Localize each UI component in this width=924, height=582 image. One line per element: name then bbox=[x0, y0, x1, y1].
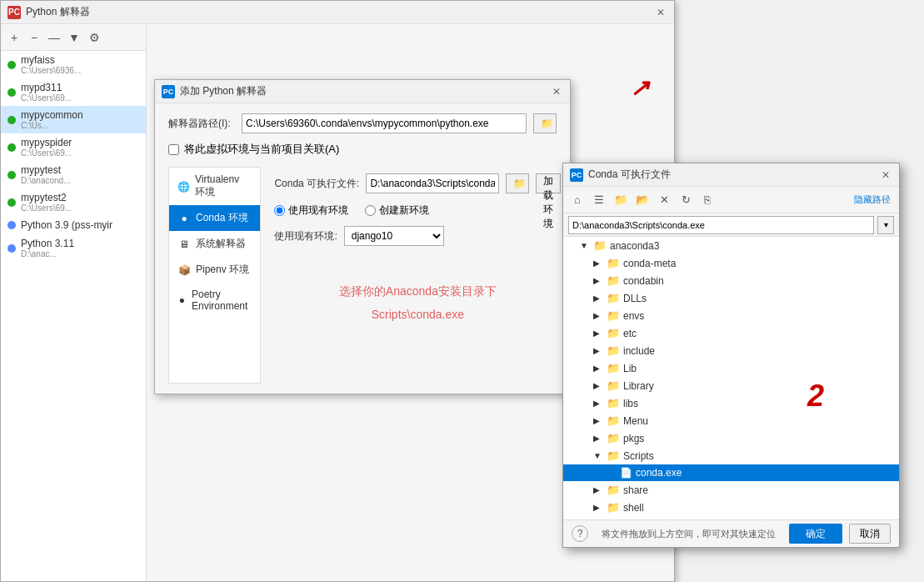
tree-item-shell[interactable]: ▶ 📁 shell bbox=[563, 499, 899, 516]
menu-item-label: Conda 环境 bbox=[196, 211, 248, 225]
add-dialog-title: 添加 Python 解释器 bbox=[180, 84, 545, 98]
sidebar-item-mypycommon[interactable]: mypycommon C:\Us... bbox=[1, 106, 146, 133]
refresh-button[interactable]: ↻ bbox=[677, 191, 695, 209]
tree-item-pkgs[interactable]: ▶ 📁 pkgs bbox=[563, 429, 899, 447]
tree-item-libs[interactable]: ▶ 📁 libs bbox=[563, 394, 899, 412]
expand-icon: ▶ bbox=[593, 503, 603, 512]
folder-icon: 📁 bbox=[607, 257, 620, 269]
file-dialog-close-button[interactable]: ✕ bbox=[879, 168, 892, 182]
add-dialog-close-button[interactable]: ✕ bbox=[550, 85, 563, 98]
interpreter-path-row: 解释器路径(I): 📁 bbox=[168, 113, 557, 133]
main-window-icon: PC bbox=[7, 6, 21, 19]
tree-item-label: conda.exe bbox=[636, 467, 682, 479]
delete-button[interactable]: ✕ bbox=[655, 191, 673, 209]
interpreter-name: mypytest bbox=[21, 164, 139, 176]
ok-button[interactable]: 确定 bbox=[789, 524, 842, 544]
folder-icon: 📁 bbox=[607, 379, 620, 392]
interpreter-name: Python 3.9 (pss-myir bbox=[21, 219, 139, 231]
interpreter-path-input[interactable] bbox=[242, 113, 527, 133]
browse-interpreter-button[interactable]: 📁 bbox=[533, 113, 557, 133]
system-icon: 🖥 bbox=[177, 238, 191, 251]
expand-icon: ▶ bbox=[593, 258, 603, 268]
tree-item-conda-meta[interactable]: ▶ 📁 conda-meta bbox=[563, 254, 899, 272]
filter-button[interactable]: ▼ bbox=[66, 29, 82, 46]
tree-item-lib[interactable]: ▶ 📁 Lib bbox=[563, 359, 899, 377]
tree-item-etc[interactable]: ▶ 📁 etc bbox=[563, 324, 899, 342]
existing-env-label: 使用现有环境: bbox=[274, 229, 337, 243]
copy-path-button[interactable]: ⎘ bbox=[698, 191, 717, 209]
sidebar-item-python311[interactable]: Python 3.11 D:\anac... bbox=[1, 234, 146, 262]
expand-icon: ▶ bbox=[593, 485, 603, 494]
sidebar-item-myfaiss[interactable]: myfaiss C:\Users\6936... bbox=[1, 51, 146, 78]
menu-item-pipenv[interactable]: 📦 Pipenv 环境 bbox=[169, 257, 260, 283]
sidebar-item-mypyspider[interactable]: mypyspider C:\Users\69... bbox=[1, 133, 146, 161]
interpreter-name: mypyspider bbox=[21, 137, 139, 148]
sidebar-item-mypd311[interactable]: mypd311 C:\Users\69... bbox=[1, 78, 146, 106]
tree-item-library[interactable]: ▶ 📁 Library bbox=[563, 377, 899, 394]
path-dropdown-button[interactable]: ▾ bbox=[877, 216, 894, 234]
interpreter-sidebar: + − — ▼ ⚙ myfaiss C:\Users\6936... mypd3… bbox=[1, 24, 147, 581]
sidebar-toolbar: + − — ▼ ⚙ bbox=[1, 24, 146, 51]
browse-conda-button[interactable]: 📁 bbox=[506, 173, 529, 193]
tree-item-dlls[interactable]: ▶ 📁 DLLs bbox=[563, 289, 899, 307]
conda-exe-input[interactable] bbox=[366, 173, 499, 193]
tree-item-anaconda3[interactable]: ▼ 📁 anaconda3 bbox=[563, 237, 899, 254]
dash-button[interactable]: — bbox=[46, 29, 62, 46]
hint-area: 选择你的Anaconda安装目录下 Scripts\conda.exe bbox=[274, 246, 561, 359]
menu-item-poetry[interactable]: ● Poetry Environment bbox=[169, 283, 260, 318]
menu-item-virtualenv[interactable]: 🌐 Virtualenv 环境 bbox=[169, 168, 260, 205]
menu-item-label: Poetry Environment bbox=[192, 288, 252, 312]
hide-path-button[interactable]: 隐藏路径 bbox=[851, 192, 894, 208]
tree-item-condabin[interactable]: ▶ 📁 condabin bbox=[563, 272, 899, 289]
tree-item-label: Menu bbox=[623, 415, 648, 427]
path-input[interactable] bbox=[568, 216, 874, 234]
tree-item-include[interactable]: ▶ 📁 include bbox=[563, 342, 899, 359]
tree-item-menu[interactable]: ▶ 📁 Menu bbox=[563, 412, 899, 429]
home-button[interactable]: ⌂ bbox=[568, 191, 587, 209]
hint-text-line2: Scripts\conda.exe bbox=[291, 303, 544, 326]
menu-item-system[interactable]: 🖥 系统解释器 bbox=[169, 231, 260, 257]
folder-button[interactable]: 📁 bbox=[612, 191, 630, 209]
conda-exe-label: Conda 可执行文件: bbox=[274, 177, 359, 191]
folder-icon: 📁 bbox=[593, 239, 607, 252]
expand-icon: ▼ bbox=[580, 241, 590, 250]
sidebar-item-mypytest[interactable]: mypytest D:\anacond... bbox=[1, 161, 146, 188]
add-interpreter-button[interactable]: + bbox=[6, 29, 22, 46]
interpreter-name: Python 3.11 bbox=[21, 238, 139, 249]
expand-icon: ▶ bbox=[593, 416, 603, 425]
bookmark-button[interactable]: ☰ bbox=[590, 191, 608, 209]
add-interpreter-dialog: PC 添加 Python 解释器 ✕ 解释器路径(I): 📁 将此虚拟环境与当前… bbox=[154, 79, 571, 394]
main-close-button[interactable]: ✕ bbox=[654, 6, 667, 19]
tree-item-share[interactable]: ▶ 📁 share bbox=[563, 481, 899, 499]
sidebar-item-mypytest2[interactable]: mypytest2 C:\Users\69... bbox=[1, 188, 146, 216]
create-new-radio[interactable]: 创建新环境 bbox=[365, 203, 429, 218]
tree-item-conda-exe[interactable]: 📄 conda.exe bbox=[563, 464, 899, 481]
tree-item-scripts[interactable]: ▼ 📁 Scripts bbox=[563, 447, 899, 464]
tree-item-label: share bbox=[623, 484, 648, 496]
sidebar-item-python39[interactable]: Python 3.9 (pss-myir bbox=[1, 216, 146, 234]
folder-icon: 📁 bbox=[607, 327, 620, 339]
load-env-button[interactable]: 加载环境 bbox=[536, 173, 561, 193]
tree-item-label: Lib bbox=[623, 363, 637, 374]
expand-icon: ▶ bbox=[593, 346, 603, 355]
settings-button[interactable]: ⚙ bbox=[86, 29, 102, 46]
expand-icon: ▶ bbox=[593, 381, 603, 390]
existing-env-select[interactable]: django10 bbox=[344, 226, 444, 246]
help-button[interactable]: ? bbox=[572, 525, 588, 542]
network-button[interactable]: 📂 bbox=[633, 191, 652, 209]
tree-item-envs[interactable]: ▶ 📁 envs bbox=[563, 307, 899, 324]
folder-icon: 📁 bbox=[607, 432, 620, 444]
associate-label: 将此虚拟环境与当前项目关联(A) bbox=[184, 142, 339, 157]
file-dialog-title: Conda 可执行文件 bbox=[588, 168, 874, 182]
interpreter-path: D:\anac... bbox=[21, 249, 139, 258]
folder-icon: 📁 bbox=[607, 501, 620, 514]
remove-interpreter-button[interactable]: − bbox=[26, 29, 42, 46]
associate-checkbox[interactable] bbox=[168, 144, 179, 155]
environment-type-menu: 🌐 Virtualenv 环境 ● Conda 环境 🖥 系统解释器 📦 Pip… bbox=[168, 167, 261, 384]
use-existing-radio[interactable]: 使用现有环境 bbox=[274, 203, 348, 218]
menu-item-label: 系统解释器 bbox=[196, 237, 246, 251]
cancel-button[interactable]: 取消 bbox=[849, 524, 891, 544]
menu-item-conda[interactable]: ● Conda 环境 bbox=[169, 205, 260, 231]
hint-text-line1: 选择你的Anaconda安装目录下 bbox=[291, 279, 544, 303]
status-dot bbox=[7, 88, 16, 97]
